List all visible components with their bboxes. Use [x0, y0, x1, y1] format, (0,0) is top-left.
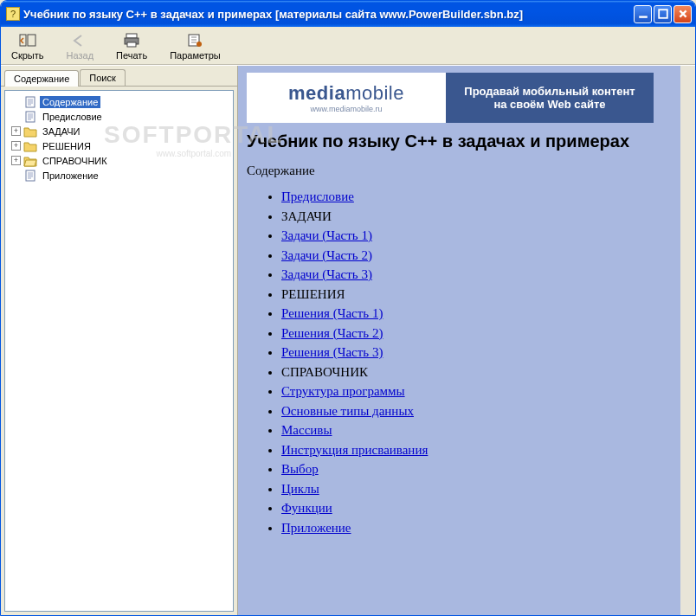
options-label: Параметры — [170, 50, 221, 61]
svg-rect-3 — [28, 35, 35, 46]
banner-line1: Продавай мобильный контент — [464, 85, 635, 98]
toc-item: Решения (Часть 3) — [281, 343, 686, 363]
page-icon — [23, 111, 37, 123]
tree-item-label: РЕШЕНИЯ — [40, 140, 93, 152]
tab-search[interactable]: Поиск — [80, 69, 125, 86]
tree-item[interactable]: +СПРАВОЧНИК — [7, 153, 231, 168]
svg-rect-0 — [639, 16, 648, 17]
toc-link[interactable]: Задачи (Часть 2) — [281, 248, 372, 262]
content-pane[interactable]: mediamobile www.mediamobile.ru Продавай … — [238, 66, 695, 615]
toc-list: ПредисловиеЗАДАЧИЗадачи (Часть 1)Задачи … — [247, 187, 686, 537]
toc-heading: РЕШЕНИЯ — [281, 287, 345, 301]
hide-label: Скрыть — [11, 50, 44, 61]
folder-open-icon — [23, 155, 37, 167]
tree-item-label: Содержание — [40, 96, 100, 108]
toc-heading: СПРАВОЧНИК — [281, 365, 368, 379]
tree-item-label: ЗАДАЧИ — [40, 125, 83, 138]
toolbar: Скрыть Назад Печать Параметры — [1, 27, 695, 65]
toc-item: Основные типы данных — [281, 401, 686, 421]
tree-item[interactable]: +РЕШЕНИЯ — [7, 138, 231, 153]
banner-brand-bold: media — [288, 82, 345, 104]
contents-tree[interactable]: +Содержание+Предисловие+ЗАДАЧИ+РЕШЕНИЯ+С… — [4, 90, 234, 612]
app-icon: ? — [6, 7, 20, 21]
banner-brand: mediamobile www.mediamobile.ru — [247, 73, 446, 123]
svg-rect-11 — [26, 170, 35, 181]
toc-item: Предисловие — [281, 187, 686, 207]
toc-link[interactable]: Задачи (Часть 3) — [281, 267, 372, 281]
page-icon — [23, 170, 37, 182]
toc-item: Функции — [281, 498, 686, 518]
toc-link[interactable]: Основные типы данных — [281, 404, 414, 418]
expander-icon[interactable]: + — [11, 156, 21, 165]
tree-item-label: Приложение — [40, 170, 101, 182]
banner-suburl: www.mediamobile.ru — [310, 105, 382, 113]
toc-link[interactable]: Предисловие — [281, 189, 354, 203]
print-button[interactable]: Печать — [113, 30, 151, 62]
minimize-button[interactable] — [634, 5, 652, 23]
toc-link[interactable]: Циклы — [281, 482, 319, 496]
print-label: Печать — [116, 50, 147, 61]
toc-link[interactable]: Функции — [281, 501, 332, 515]
sidebar-tabs: Содержание Поиск — [1, 66, 237, 87]
tree-item-label: СПРАВОЧНИК — [40, 155, 110, 167]
folder-icon — [23, 125, 37, 138]
toc-item: Решения (Часть 2) — [281, 324, 686, 343]
close-button[interactable] — [673, 5, 692, 23]
toc-item: Инструкция присваивания — [281, 440, 686, 460]
toc-item: ЗАДАЧИ — [281, 207, 686, 227]
toc-item: СПРАВОЧНИК — [281, 363, 686, 382]
sidebar: Содержание Поиск +Содержание+Предисловие… — [1, 66, 238, 615]
folder-icon — [23, 140, 37, 152]
titlebar: ? Учебник по языку C++ в задачах и приме… — [1, 1, 695, 27]
toc-link[interactable]: Массивы — [281, 423, 332, 437]
toc-link[interactable]: Решения (Часть 1) — [281, 306, 383, 320]
toc-item: РЕШЕНИЯ — [281, 285, 686, 305]
minimize-icon — [638, 9, 648, 19]
ad-banner[interactable]: mediamobile www.mediamobile.ru Продавай … — [247, 73, 654, 123]
toc-link[interactable]: Решения (Часть 2) — [281, 326, 383, 340]
toc-link[interactable]: Инструкция присваивания — [281, 443, 428, 457]
svg-rect-10 — [26, 112, 35, 122]
titlebar-text: Учебник по языку C++ в задачах и примера… — [23, 8, 634, 21]
toc-item: Выбор — [281, 459, 686, 479]
toc-item: Задачи (Часть 1) — [281, 226, 686, 246]
toc-link[interactable]: Решения (Часть 3) — [281, 345, 383, 359]
back-icon — [70, 32, 89, 49]
toc-link[interactable]: Структура программы — [281, 384, 405, 398]
maximize-button[interactable] — [654, 5, 672, 23]
tree-item[interactable]: +Предисловие — [7, 109, 231, 124]
section-heading: Содержание — [247, 164, 686, 178]
tree-item[interactable]: +ЗАДАЧИ — [7, 124, 231, 138]
options-icon — [185, 32, 204, 49]
toc-item: Циклы — [281, 479, 686, 499]
tree-item[interactable]: +Приложение — [7, 168, 231, 183]
toc-link[interactable]: Выбор — [281, 462, 319, 476]
toc-link[interactable]: Задачи (Часть 1) — [281, 228, 372, 242]
tree-item-label: Предисловие — [40, 111, 105, 123]
toc-item: Задачи (Часть 2) — [281, 246, 686, 266]
hide-icon — [18, 32, 37, 49]
toc-item: Решения (Часть 1) — [281, 304, 686, 324]
print-icon — [122, 32, 141, 49]
options-button[interactable]: Параметры — [166, 30, 224, 62]
banner-slogan: Продавай мобильный контент на своём Web … — [446, 73, 654, 123]
hide-button[interactable]: Скрыть — [8, 30, 48, 62]
chm-help-window: ? Учебник по языку C++ в задачах и приме… — [0, 0, 696, 616]
window-controls — [634, 5, 692, 23]
toc-item: Задачи (Часть 3) — [281, 265, 686, 285]
tab-contents[interactable]: Содержание — [4, 70, 79, 87]
toc-item: Массивы — [281, 420, 686, 440]
expander-icon[interactable]: + — [11, 126, 21, 136]
workarea: Содержание Поиск +Содержание+Предисловие… — [1, 65, 695, 615]
svg-rect-6 — [127, 42, 136, 47]
back-button[interactable]: Назад — [63, 30, 98, 62]
svg-rect-1 — [659, 10, 667, 18]
banner-brand-light: mobile — [345, 82, 404, 104]
vertical-scrollbar[interactable] — [680, 66, 695, 615]
maximize-icon — [658, 9, 668, 19]
tree-item[interactable]: +Содержание — [7, 94, 231, 109]
toc-heading: ЗАДАЧИ — [281, 209, 332, 223]
svg-rect-4 — [126, 34, 137, 38]
toc-link[interactable]: Приложение — [281, 521, 351, 535]
expander-icon[interactable]: + — [11, 141, 21, 151]
